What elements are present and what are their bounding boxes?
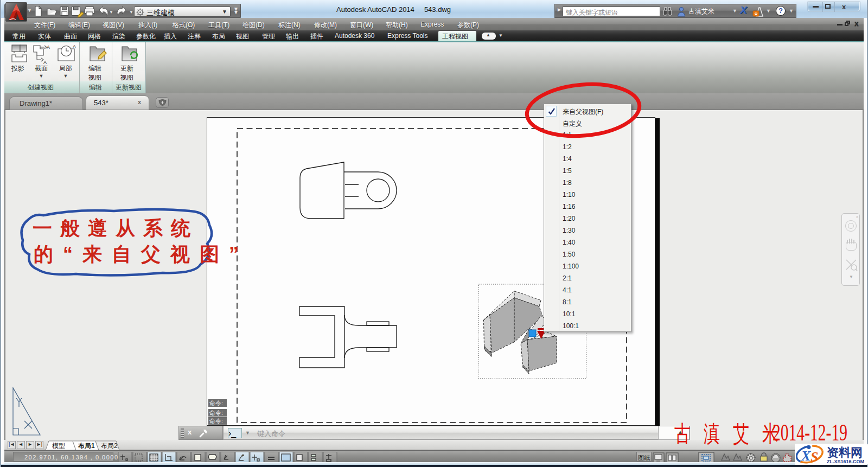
- svg-text:S: S: [810, 449, 818, 464]
- svg-text:A: A: [43, 60, 47, 65]
- svg-text:▼: ▼: [129, 10, 133, 15]
- svg-text:A: A: [47, 44, 50, 50]
- svg-text:▼: ▼: [109, 10, 113, 15]
- svg-text:A: A: [73, 44, 76, 49]
- svg-text:X: X: [801, 448, 811, 464]
